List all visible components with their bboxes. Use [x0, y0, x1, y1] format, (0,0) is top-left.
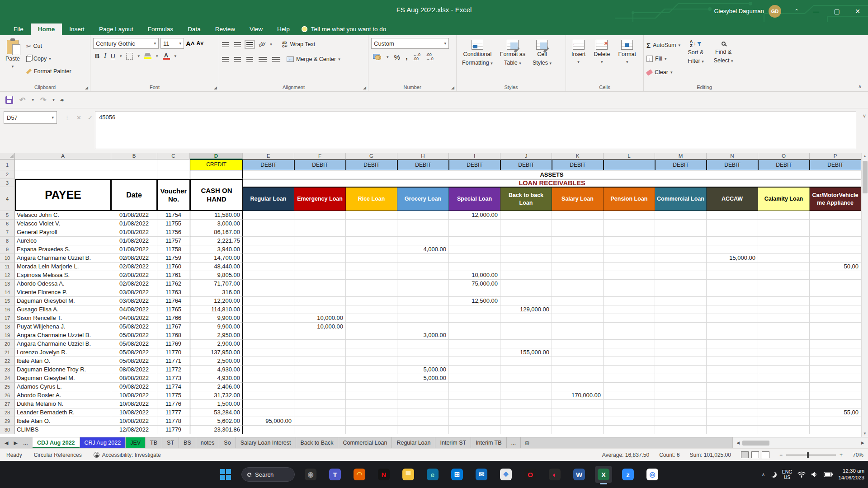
format-cells-button[interactable]: Format▾	[615, 38, 639, 83]
loan-cell-P9[interactable]	[810, 245, 861, 254]
zoom-icon[interactable]: z	[619, 466, 637, 483]
loan-cell-H17[interactable]	[397, 314, 449, 323]
cell-H1-debit[interactable]: DEBIT	[397, 160, 449, 170]
cell-D2[interactable]	[190, 170, 243, 179]
ribbon-tab-page-layout[interactable]: Page Layout	[92, 23, 141, 35]
loan-cell-I18[interactable]	[449, 323, 500, 331]
loan-cell-H25[interactable]	[397, 383, 449, 391]
sheet-tab-cdj-aug-2022[interactable]: CDJ Aug 2022	[33, 437, 80, 448]
payee-cell[interactable]: Ibale Alan O.	[15, 357, 111, 366]
loan-cell-M23[interactable]	[655, 366, 707, 374]
loan-cell-G21[interactable]	[346, 348, 397, 357]
date-cell[interactable]: 05/08/2022	[111, 331, 157, 340]
cash-on-hand-cell[interactable]: 316.00	[190, 288, 243, 297]
loan-cell-N16[interactable]	[707, 305, 758, 314]
avatar[interactable]: GD	[769, 5, 781, 18]
voucher-cell[interactable]: 11755	[157, 220, 190, 228]
loan-cell-F26[interactable]	[294, 391, 346, 400]
loan-cell-O20[interactable]	[758, 340, 810, 348]
payee-cell[interactable]: Sison Rencelle T.	[15, 314, 111, 323]
loan-cell-E8[interactable]	[243, 237, 294, 245]
loan-cell-P27[interactable]	[810, 400, 861, 408]
cash-on-hand-header-cell[interactable]: CASH ONHAND	[190, 179, 243, 211]
loan-cell-K18[interactable]	[552, 323, 604, 331]
loan-cell-M26[interactable]	[655, 391, 707, 400]
loan-cell-E25[interactable]	[243, 383, 294, 391]
loan-cell-E28[interactable]	[243, 408, 294, 417]
page-break-view-icon[interactable]	[762, 451, 769, 458]
loan-column-header[interactable]: Rice Loan	[346, 188, 397, 211]
cash-on-hand-cell[interactable]: 2,500.00	[190, 357, 243, 366]
loan-cell-J26[interactable]	[500, 391, 552, 400]
sheet-tab-crj-aug-2022[interactable]: CRJ Aug 2022	[80, 437, 126, 448]
cell-B2[interactable]	[111, 170, 157, 179]
voucher-cell[interactable]: 11770	[157, 348, 190, 357]
loan-cell-E19[interactable]	[243, 331, 294, 340]
cash-on-hand-cell[interactable]: 2,900.00	[190, 340, 243, 348]
loan-cell-L17[interactable]	[604, 314, 655, 323]
payee-cell[interactable]: General Payroll	[15, 228, 111, 237]
start-button[interactable]	[217, 466, 234, 483]
loan-cell-N10[interactable]: 15,000.00	[707, 254, 758, 263]
cell-B1[interactable]	[111, 160, 157, 170]
voucher-cell[interactable]: 11759	[157, 254, 190, 263]
loan-cell-O12[interactable]	[758, 271, 810, 280]
loan-cell-P26[interactable]	[810, 391, 861, 400]
loan-cell-H13[interactable]	[397, 280, 449, 288]
loan-cell-F5[interactable]	[294, 211, 346, 220]
loan-cell-P20[interactable]	[810, 340, 861, 348]
loan-cell-M8[interactable]	[655, 237, 707, 245]
underline-button[interactable]: U	[111, 52, 115, 60]
date-cell[interactable]: 08/08/2022	[111, 366, 157, 374]
loan-column-header[interactable]: Special Loan	[449, 188, 500, 211]
date-cell[interactable]: 01/08/2022	[111, 237, 157, 245]
loan-cell-I5[interactable]: 12,000.00	[449, 211, 500, 220]
loan-cell-E6[interactable]	[243, 220, 294, 228]
loan-cell-K21[interactable]	[552, 348, 604, 357]
loan-cell-O18[interactable]	[758, 323, 810, 331]
loan-cell-J16[interactable]: 129,000.00	[500, 305, 552, 314]
row-header-24[interactable]: 24	[0, 374, 15, 383]
loan-cell-I17[interactable]	[449, 314, 500, 323]
loan-cell-N12[interactable]	[707, 271, 758, 280]
loan-cell-O28[interactable]	[758, 408, 810, 417]
loan-cell-G22[interactable]	[346, 357, 397, 366]
payee-cell[interactable]: Angara Charmaine Uzziel B.	[15, 254, 111, 263]
scroll-down-icon[interactable]: ▼	[862, 432, 868, 436]
loan-cell-P29[interactable]	[810, 417, 861, 426]
number-dialog-launcher-icon[interactable]: ◢	[451, 85, 454, 90]
edge-icon[interactable]: e	[424, 466, 441, 483]
date-cell[interactable]: 10/08/2022	[111, 400, 157, 408]
volume-icon[interactable]	[811, 471, 818, 478]
loan-cell-N24[interactable]	[707, 374, 758, 383]
date-cell[interactable]: 03/08/2022	[111, 297, 157, 305]
merge-center-button[interactable]: ↔ Merge & Center ▾	[287, 54, 340, 65]
loan-cell-M15[interactable]	[655, 297, 707, 305]
row-header-6[interactable]: 6	[0, 220, 15, 228]
loan-cell-N7[interactable]	[707, 228, 758, 237]
loan-cell-O30[interactable]	[758, 426, 810, 434]
date-cell[interactable]: 10/08/2022	[111, 417, 157, 426]
loan-cell-N28[interactable]	[707, 408, 758, 417]
loan-cell-P7[interactable]	[810, 228, 861, 237]
cash-on-hand-cell[interactable]: 2,221.75	[190, 237, 243, 245]
hidden-icons-chevron-icon[interactable]: ∧	[762, 472, 765, 478]
row-header-11[interactable]: 11	[0, 263, 15, 271]
loan-cell-P5[interactable]	[810, 211, 861, 220]
ribbon-display-options-icon[interactable]: ⌃	[788, 0, 806, 22]
loan-cell-N13[interactable]	[707, 280, 758, 288]
voucher-cell[interactable]: 11774	[157, 383, 190, 391]
align-middle-button[interactable]	[234, 42, 241, 47]
voucher-cell[interactable]: 11762	[157, 280, 190, 288]
cash-on-hand-cell[interactable]: 3,000.00	[190, 220, 243, 228]
loan-cell-F25[interactable]	[294, 383, 346, 391]
loan-cell-L6[interactable]	[604, 220, 655, 228]
cash-on-hand-cell[interactable]: 1,500.00	[190, 400, 243, 408]
loan-cell-M30[interactable]	[655, 426, 707, 434]
date-cell[interactable]: 05/08/2022	[111, 357, 157, 366]
loan-cell-J19[interactable]	[500, 331, 552, 340]
loan-cell-H23[interactable]: 5,000.00	[397, 366, 449, 374]
voucher-cell[interactable]: 11765	[157, 305, 190, 314]
loan-cell-G7[interactable]	[346, 228, 397, 237]
loan-cell-J11[interactable]	[500, 263, 552, 271]
